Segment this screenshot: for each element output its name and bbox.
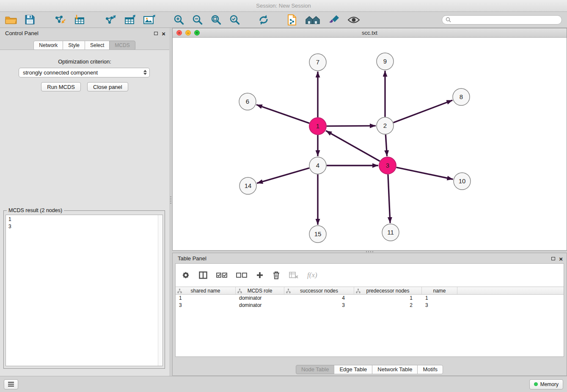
node-6[interactable]: 6 — [239, 93, 256, 110]
zoom-window-icon[interactable]: + — [194, 30, 200, 36]
cell-predecessor-nodes[interactable]: 1 — [354, 295, 422, 302]
tab-network-table[interactable]: Network Table — [372, 365, 418, 374]
node-2[interactable]: 2 — [377, 117, 394, 134]
tab-network[interactable]: Network — [33, 41, 63, 50]
cell-mcds-role[interactable]: dominator — [236, 295, 284, 302]
network-graph[interactable]: 7968124314101511 — [173, 38, 567, 251]
close-window-icon[interactable]: × — [176, 30, 182, 36]
table-row[interactable]: 1 dominator 4 1 1 — [176, 295, 564, 302]
delete-column-button[interactable] — [272, 271, 280, 279]
zoom-in-button[interactable] — [173, 14, 185, 26]
deselect-all-button[interactable] — [236, 272, 247, 278]
search-icon — [446, 17, 451, 22]
export-table-icon — [124, 15, 135, 25]
zoom-selected-button[interactable] — [228, 14, 241, 26]
run-mcds-button[interactable]: Run MCDS — [41, 82, 81, 91]
node-8[interactable]: 8 — [453, 88, 470, 105]
zoom-out-button[interactable] — [191, 14, 204, 26]
optimization-criterion-label: Optimization criterion: — [0, 58, 169, 65]
node-3[interactable]: 3 — [379, 157, 396, 174]
node-7[interactable]: 7 — [309, 54, 326, 71]
edge-3-10[interactable] — [396, 167, 453, 179]
edge-4-14[interactable] — [257, 168, 309, 183]
cell-successor-nodes[interactable]: 3 — [284, 302, 354, 309]
vertical-splitter[interactable] — [169, 28, 172, 376]
node-15[interactable]: 15 — [309, 226, 326, 243]
node-10[interactable]: 10 — [454, 173, 471, 190]
function-builder-button[interactable]: f(x) — [307, 271, 317, 279]
cell-shared-name[interactable]: 1 — [176, 295, 236, 302]
export-network-button[interactable] — [102, 14, 117, 26]
import-table-button[interactable] — [73, 14, 86, 26]
cell-shared-name[interactable]: 3 — [176, 302, 236, 309]
table-row[interactable]: 3 dominator 3 2 3 — [176, 302, 564, 309]
edge-1-2[interactable] — [327, 126, 376, 126]
float-panel-icon[interactable] — [551, 257, 555, 260]
node-11[interactable]: 11 — [382, 224, 399, 241]
column-header-name[interactable]: name — [422, 287, 457, 294]
import-network-button[interactable] — [52, 14, 66, 26]
window-titlebar[interactable]: Session: New Session — [0, 0, 567, 12]
cell-predecessor-nodes[interactable]: 2 — [354, 302, 422, 309]
search-input[interactable] — [453, 17, 558, 23]
minimize-window-icon[interactable]: − — [185, 30, 191, 36]
cell-mcds-role[interactable]: dominator — [236, 302, 284, 309]
node-9[interactable]: 9 — [377, 53, 394, 70]
edge-2-3[interactable] — [385, 135, 387, 156]
cell-name[interactable]: 1 — [422, 295, 457, 302]
tab-mcds[interactable]: MCDS — [109, 41, 135, 50]
column-header-predecessor-nodes[interactable]: predecessor nodes — [354, 287, 422, 294]
unchecked-boxes-icon — [236, 272, 247, 278]
network-canvas[interactable]: 7968124314101511 — [173, 38, 567, 250]
search-field[interactable] — [442, 15, 562, 25]
tab-node-table[interactable]: Node Table — [296, 365, 335, 374]
column-header-mcds-role[interactable]: MCDS role — [236, 287, 284, 294]
apply-style-button[interactable] — [328, 14, 340, 26]
zoom-fit-button[interactable] — [210, 14, 222, 26]
export-image-button[interactable] — [143, 14, 156, 25]
tab-select[interactable]: Select — [85, 41, 110, 50]
import-network-icon — [53, 15, 66, 25]
float-panel-icon[interactable] — [154, 32, 158, 35]
table-settings-button[interactable] — [182, 271, 190, 279]
tab-motifs[interactable]: Motifs — [417, 365, 443, 374]
edge-1-6[interactable] — [256, 105, 309, 123]
result-scrollbar[interactable] — [158, 215, 162, 366]
delete-table-button[interactable] — [289, 272, 298, 279]
tab-style[interactable]: Style — [63, 41, 85, 50]
save-session-button[interactable] — [24, 14, 36, 25]
network-window-titlebar[interactable]: × − + scc.txt — [173, 28, 567, 38]
new-network-from-selection-button[interactable] — [286, 14, 298, 26]
control-panel-title: Control Panel — [5, 30, 39, 36]
tab-edge-table[interactable]: Edge Table — [334, 365, 372, 374]
column-header-successor-nodes[interactable]: successor nodes — [284, 287, 354, 294]
select-all-button[interactable] — [216, 272, 227, 278]
edge-3-11[interactable] — [388, 174, 390, 223]
show-columns-button[interactable] — [199, 271, 207, 279]
table-panel: Table Panel × f(x) shared name MCDS role… — [172, 253, 567, 376]
show-graphics-details-button[interactable] — [347, 15, 361, 25]
svg-text:4: 4 — [316, 162, 319, 169]
cell-successor-nodes[interactable]: 4 — [284, 295, 354, 302]
cell-name[interactable]: 3 — [422, 302, 457, 309]
open-session-button[interactable] — [4, 14, 18, 25]
edge-3-1[interactable] — [326, 131, 380, 161]
node-1[interactable]: 1 — [309, 118, 326, 135]
close-panel-button[interactable]: Close panel — [87, 82, 128, 91]
close-panel-icon[interactable]: × — [559, 256, 563, 262]
memory-button[interactable]: Memory — [529, 379, 563, 389]
export-table-button[interactable] — [123, 14, 136, 26]
add-column-button[interactable] — [256, 271, 264, 279]
node-4[interactable]: 4 — [309, 157, 326, 174]
task-history-button[interactable] — [4, 379, 18, 389]
home-button[interactable] — [304, 14, 321, 26]
svg-text:10: 10 — [459, 177, 466, 185]
refresh-view-button[interactable] — [257, 14, 270, 26]
criterion-dropdown[interactable]: strongly connected component — [19, 68, 150, 77]
column-header-shared-name[interactable]: shared name — [176, 287, 236, 294]
close-panel-icon[interactable]: × — [162, 30, 165, 37]
node-14[interactable]: 14 — [239, 177, 256, 194]
columns-icon — [199, 271, 207, 279]
fx-icon: f(x) — [307, 271, 317, 279]
edge-2-8[interactable] — [394, 100, 453, 123]
